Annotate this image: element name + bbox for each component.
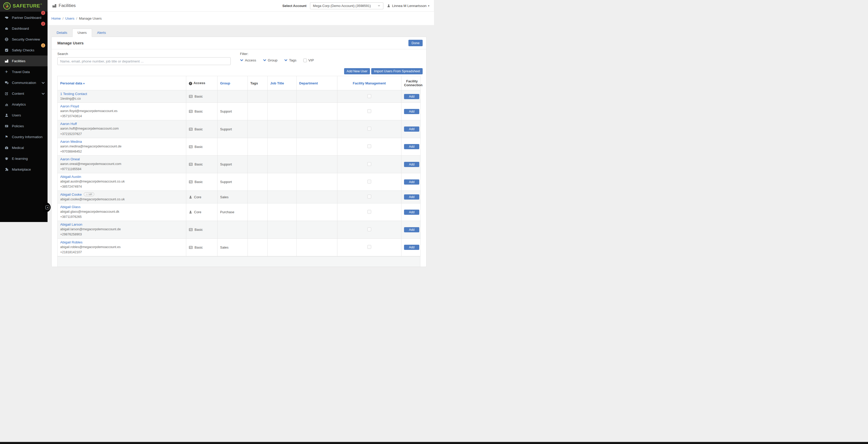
sidebar-item-partner-dashboard[interactable]: Partner Dashboard2 (0, 12, 48, 23)
user-email: aaron.oneal@megacorpdemoaccount.com (60, 162, 183, 166)
tab-alerts[interactable]: Alerts (92, 29, 111, 37)
sidebar-item-travel-data[interactable]: ✈Travel Data (0, 66, 48, 77)
user-name-link[interactable]: 1 Testing Contact (60, 92, 87, 96)
star-icon: ☆ (86, 193, 88, 196)
facility-management-checkbox[interactable] (367, 94, 371, 98)
sidebar-item-content[interactable]: Content (0, 88, 48, 99)
facility-management-checkbox[interactable] (367, 144, 371, 148)
user-job-title (268, 173, 297, 191)
import-users-from-spreadsheet-button[interactable]: Import Users From Spreadsheet (371, 68, 423, 74)
access-level: Basic (189, 95, 215, 98)
access-level: Basic (189, 180, 215, 184)
sidebar-item-country-information[interactable]: ⚑Country Information (0, 131, 48, 142)
add-facility-connection-button[interactable]: Add (404, 210, 419, 215)
account-select-value: Mega Corp (Demo Account) (3598591) (313, 4, 371, 8)
access-level: Core (189, 195, 215, 199)
search-input[interactable] (57, 57, 231, 65)
user-name-link[interactable]: Aaron Huff (60, 122, 77, 126)
sidebar-item-communication[interactable]: Communication (0, 77, 48, 88)
column-header-facility-connection: Facility Connection (401, 76, 421, 90)
done-button[interactable]: Done (408, 40, 423, 46)
filter-group[interactable]: Group (263, 58, 278, 62)
facility-management-checkbox[interactable] (367, 162, 371, 166)
caret-down-icon: ▾ (428, 4, 429, 7)
sidebar-item-marketplace[interactable]: Marketplace (0, 164, 48, 175)
user-name-link[interactable]: Aaron Oneal (60, 157, 80, 161)
column-header-group[interactable]: Group (218, 76, 248, 90)
chevron-down-icon (240, 59, 243, 62)
sidebar-item-policies[interactable]: Policies (0, 121, 48, 131)
manage-users-panel: Manage Users Done Search Filter: AccessG… (52, 37, 427, 222)
column-header-department[interactable]: Department (297, 76, 337, 90)
filter-vip[interactable]: VIP (303, 58, 314, 62)
add-facility-connection-button[interactable]: Add (404, 94, 419, 99)
add-facility-connection-button[interactable]: Add (404, 162, 419, 167)
facility-management-checkbox[interactable] (367, 180, 371, 183)
vip-checkbox[interactable] (303, 59, 307, 62)
add-new-user-button[interactable]: Add New User (344, 68, 370, 74)
breadcrumb-users[interactable]: Users (65, 16, 74, 21)
logo-text: SAFETURE (13, 3, 40, 9)
user-row-abigail-glass: Abigail Glassabigail.glass@megacorpdemoa… (58, 203, 421, 221)
add-facility-connection-button[interactable]: Add (404, 127, 419, 132)
user-email: aaron.medina@megacorpdemoaccount.de (60, 144, 183, 149)
sidebar-item-dashboard[interactable]: Dashboard2 (0, 23, 48, 34)
tab-details[interactable]: Details (52, 29, 72, 37)
user-name-link[interactable]: Aaron Medina (60, 140, 82, 143)
sidebar-item-medical[interactable]: Medical (0, 142, 48, 153)
chevron-down-icon (263, 59, 266, 62)
user-email: abigail.austin@megacorpdemoaccount.co.uk (60, 179, 183, 184)
sidebar-item-label: Facilities (12, 59, 26, 63)
id-card-icon (189, 95, 193, 98)
facility-management-checkbox[interactable] (367, 195, 371, 199)
facility-management-checkbox[interactable] (367, 127, 371, 131)
user-name-link[interactable]: Abigail Austin (60, 175, 81, 179)
add-facility-connection-button[interactable]: Add (404, 109, 419, 114)
user-job-title (268, 191, 297, 203)
user-tags (248, 203, 268, 221)
user-name-link[interactable]: Aaron Floyd (60, 104, 79, 108)
user-name-link[interactable]: Abigail Cooke (60, 193, 82, 197)
facility-management-checkbox[interactable] (367, 210, 371, 214)
sidebar-item-label: E-learning (12, 157, 28, 161)
filter-tags[interactable]: Tags (284, 58, 297, 62)
column-header-personal-data[interactable]: Personal data▾ (58, 76, 186, 90)
user-phone: +38711976265 (60, 214, 183, 219)
user-group: Support (218, 173, 248, 191)
sidebar-item-label: Content (12, 92, 24, 96)
sidebar-item-label: Travel Data (12, 70, 30, 74)
breadcrumb: Home/Users/Manage Users (48, 12, 434, 25)
breadcrumb-separator: / (76, 16, 77, 21)
user-phone: +97038846452 (60, 149, 183, 154)
user-menu[interactable]: Linnea M Lennartsson ▾ (387, 4, 429, 8)
sidebar-item-analytics[interactable]: Analytics (0, 99, 48, 110)
sidebar-item-safety-checks[interactable]: Safety Checks2 (0, 45, 48, 56)
main-area: Facilities Select Account Mega Corp (Dem… (48, 0, 434, 222)
sidebar-item-facilities[interactable]: Facilities (0, 56, 48, 66)
account-select[interactable]: Mega Corp (Demo Account) (3598591) (310, 2, 383, 9)
breadcrumb-home[interactable]: Home (52, 16, 61, 21)
add-facility-connection-button[interactable]: Add (404, 144, 419, 149)
user-department (297, 173, 337, 191)
sidebar-item-security-overview[interactable]: Security Overview (0, 34, 48, 45)
filter-access[interactable]: Access (240, 58, 256, 62)
top-header: Facilities Select Account Mega Corp (Dem… (48, 0, 434, 12)
sidebar-item-users[interactable]: Users (0, 110, 48, 121)
filter-label-vip: VIP (308, 58, 314, 62)
user-row-abigail-cooke: Abigail Cooke☆VIPabigail.cooke@megacorpd… (58, 191, 421, 203)
sidebar-item-e-learning[interactable]: E-learning (0, 153, 48, 164)
sidebar-item-label: Users (12, 113, 21, 117)
column-header-facility-management[interactable]: Facility Management (337, 76, 401, 90)
user-name-link[interactable]: Abigail Glass (60, 205, 81, 209)
app-logo[interactable]: SAFETURE ® (0, 0, 48, 12)
add-facility-connection-button[interactable]: Add (404, 194, 419, 200)
add-facility-connection-button[interactable]: Add (404, 179, 419, 184)
user-tags (248, 191, 268, 203)
page-title: Facilities (52, 3, 76, 8)
column-header-job-title[interactable]: Job Title (268, 76, 297, 90)
user-job-title (268, 203, 297, 221)
tab-users[interactable]: Users (72, 29, 92, 37)
facility-management-checkbox[interactable] (367, 109, 371, 113)
breadcrumb-separator: / (63, 16, 64, 21)
user-group: Purchase (218, 203, 248, 221)
